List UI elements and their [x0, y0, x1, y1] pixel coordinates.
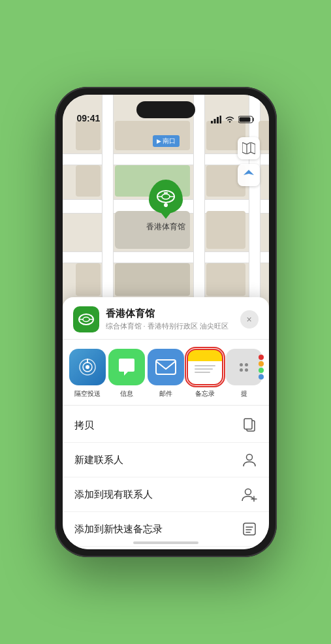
status-icons [211, 116, 255, 123]
svg-point-15 [83, 317, 89, 322]
copy-icon [242, 417, 257, 433]
share-item-messages[interactable]: 信息 [107, 349, 146, 398]
more-icon [226, 349, 262, 385]
share-item-airdrop[interactable]: 隔空投送 [68, 349, 107, 398]
svg-rect-3 [219, 116, 221, 123]
wifi-icon [225, 116, 235, 123]
share-item-mail[interactable]: 邮件 [146, 349, 185, 398]
add-notes-icon [242, 521, 257, 537]
svg-rect-1 [213, 119, 215, 123]
person-plus-symbol [242, 487, 257, 502]
action-print[interactable]: 打印 [63, 547, 269, 549]
action-add-existing[interactable]: 添加到现有联系人 [63, 477, 269, 512]
svg-rect-13 [164, 192, 168, 194]
action-new-contact[interactable]: 新建联系人 [63, 443, 269, 477]
svg-rect-24 [244, 419, 252, 429]
note-symbol [242, 522, 257, 536]
mail-symbol [155, 359, 177, 376]
new-contact-icon [242, 452, 257, 468]
svg-rect-29 [244, 523, 255, 535]
home-indicator [133, 541, 198, 544]
copy-label: 拷贝 [74, 419, 94, 432]
location-name: 香港体育馆 [106, 308, 240, 320]
action-copy[interactable]: 拷贝 [63, 408, 269, 443]
svg-rect-2 [217, 117, 219, 123]
messages-label: 信息 [120, 389, 133, 398]
location-icon [73, 306, 99, 332]
airdrop-label: 隔空投送 [74, 389, 101, 398]
share-item-notes[interactable]: 备忘录 [185, 349, 225, 398]
svg-point-20 [86, 365, 89, 369]
messages-symbol [116, 357, 137, 377]
venue-icon [78, 312, 95, 327]
phone-frame: 09:41 [55, 87, 277, 557]
close-button[interactable]: × [240, 310, 259, 329]
action-list: 拷贝 新建联系人 [63, 406, 269, 549]
svg-point-25 [246, 455, 252, 460]
messages-icon [108, 349, 145, 385]
svg-rect-22 [156, 360, 176, 374]
battery-icon [238, 116, 255, 123]
location-text: 香港体育馆 综合体育馆 · 香港特别行政区 油尖旺区 [106, 308, 240, 331]
stadium-pin-icon [156, 189, 176, 204]
pin-label: 香港体育馆 [146, 221, 185, 233]
dynamic-island [136, 101, 195, 118]
map-type-icon [242, 142, 255, 154]
map-area[interactable]: ▶南口 [63, 95, 269, 317]
share-actions-row: 隔空投送 信息 [63, 340, 269, 406]
add-existing-label: 添加到现有联系人 [74, 489, 153, 501]
map-type-button[interactable] [238, 137, 260, 159]
pin-dot [164, 203, 168, 207]
svg-marker-6 [242, 142, 255, 154]
map-controls [238, 137, 260, 186]
location-header: 香港体育馆 综合体育馆 · 香港特别行政区 油尖旺区 × [63, 297, 269, 340]
location-subtitle: 综合体育馆 · 香港特别行政区 油尖旺区 [106, 321, 240, 331]
status-time: 09:41 [77, 113, 101, 123]
location-arrow-icon [243, 169, 255, 181]
mail-icon [148, 349, 184, 385]
person-symbol [242, 453, 257, 467]
map-label: ▶南口 [153, 135, 180, 147]
svg-point-26 [245, 489, 251, 495]
signal-icon [211, 116, 221, 123]
airdrop-symbol [78, 357, 97, 377]
svg-point-10 [162, 194, 170, 199]
add-existing-icon [242, 487, 257, 502]
share-item-more[interactable]: 提 [225, 349, 264, 398]
location-pin: 香港体育馆 [146, 180, 185, 233]
new-contact-label: 新建联系人 [74, 454, 123, 466]
airdrop-icon [69, 349, 106, 385]
phone-screen: 09:41 [63, 95, 269, 549]
copy-symbol [243, 418, 256, 432]
more-label: 提 [241, 389, 247, 398]
pin-circle [149, 180, 183, 214]
svg-rect-5 [239, 118, 250, 122]
notes-icon [187, 349, 223, 385]
svg-rect-0 [211, 121, 213, 123]
bottom-sheet: 香港体育馆 综合体育馆 · 香港特别行政区 油尖旺区 × [63, 297, 269, 549]
location-button[interactable] [238, 164, 260, 186]
add-notes-label: 添加到新快速备忘录 [74, 523, 163, 536]
mail-label: 邮件 [159, 389, 172, 398]
notes-label: 备忘录 [195, 389, 215, 398]
